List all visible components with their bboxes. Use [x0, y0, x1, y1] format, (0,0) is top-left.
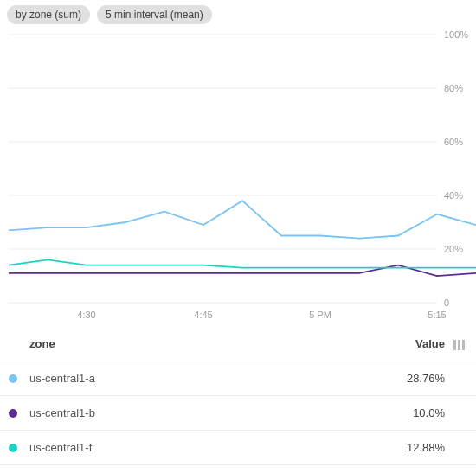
series-swatch: [9, 409, 17, 418]
y-tick-label: 80%: [444, 83, 463, 93]
series-swatch: [9, 374, 17, 383]
x-tick-label: 5 PM: [309, 310, 331, 320]
x-tick-label: 5:15: [428, 310, 446, 320]
line-chart: 020%40%60%80%100%4:304:455 PM5:15: [0, 24, 476, 327]
table-row[interactable]: us-central1-a28.76%: [0, 361, 476, 396]
series-line: [9, 201, 476, 238]
legend-table: zone Value us-central1-a28.76%us-central…: [0, 327, 476, 465]
svg-rect-6: [453, 340, 456, 350]
series-line: [9, 265, 476, 276]
svg-rect-8: [462, 340, 465, 350]
chip-interval[interactable]: 5 min interval (mean): [97, 5, 212, 24]
zone-name: us-central1-f: [29, 441, 384, 454]
zone-value: 12.88%: [384, 441, 445, 454]
series-swatch: [9, 444, 17, 452]
filter-chips: by zone (sum) 5 min interval (mean): [0, 0, 476, 24]
table-row[interactable]: us-central1-b10.0%: [0, 396, 476, 431]
y-tick-label: 100%: [444, 29, 468, 40]
svg-rect-7: [458, 340, 460, 350]
zone-value: 10.0%: [384, 406, 445, 419]
column-chooser-icon[interactable]: [445, 337, 466, 350]
y-tick-label: 0: [444, 297, 449, 308]
y-tick-label: 60%: [444, 137, 463, 147]
table-header: zone Value: [0, 327, 476, 361]
zone-value: 28.76%: [384, 372, 445, 385]
y-tick-label: 20%: [444, 244, 463, 254]
x-tick-label: 4:45: [194, 310, 212, 320]
chip-group-by[interactable]: by zone (sum): [7, 5, 90, 24]
zone-name: us-central1-a: [29, 372, 384, 385]
header-value[interactable]: Value: [384, 337, 445, 350]
table-row[interactable]: us-central1-f12.88%: [0, 431, 476, 465]
x-tick-label: 4:30: [77, 310, 95, 320]
zone-name: us-central1-b: [29, 406, 384, 419]
y-tick-label: 40%: [444, 190, 463, 201]
chart-area: 020%40%60%80%100%4:304:455 PM5:15: [0, 24, 476, 327]
header-zone[interactable]: zone: [29, 337, 384, 350]
chart-grid: 020%40%60%80%100%4:304:455 PM5:15: [9, 29, 468, 320]
